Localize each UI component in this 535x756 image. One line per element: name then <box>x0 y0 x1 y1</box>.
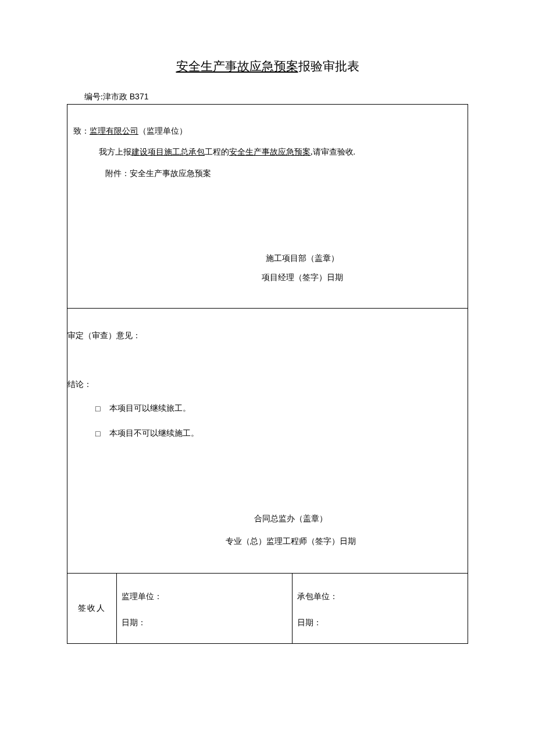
review-opinion-label: 审定（审查）意见： <box>67 326 462 346</box>
title-underlined: 安全生产事故应急预案 <box>176 59 298 73</box>
contractor-date-label: 日期： <box>297 610 463 636</box>
contractor-signature-block: 施工项目部（盖章） 项目经理（签字）日期 <box>67 249 468 288</box>
supervisor-stamp-line: 合同总监办（盖章） <box>114 507 468 530</box>
contractor-stamp-line: 施工项目部（盖章） <box>137 249 468 268</box>
doc-no-num: B371 <box>127 92 149 101</box>
supervision-unit-cell: 监理单位： 日期： <box>117 574 293 644</box>
title-rest: 报验审批表 <box>298 59 359 73</box>
doc-no-prefix: 编号: <box>84 92 103 101</box>
body-project: 建设项目施工总承包 <box>131 148 205 156</box>
addressee-line: 致：监理有限公司（监理单位） <box>73 121 462 142</box>
approval-form-table: 致：监理有限公司（监理单位） 我方上报建设项目施工总承包工程的安全生产事故应急预… <box>67 104 468 644</box>
document-title: 安全生产事故应急预案报验审批表 <box>67 58 468 74</box>
supervisor-engineer-sign-line: 专业（总）监理工程师（签字）日期 <box>114 530 468 553</box>
receipt-row: 签收人 监理单位： 日期： 承包单位： 日期： <box>67 574 468 644</box>
project-manager-sign-line: 项目经理（签字）日期 <box>137 268 468 288</box>
contractor-unit-label: 承包单位： <box>297 584 463 610</box>
contractor-unit-cell: 承包单位： 日期： <box>293 574 468 644</box>
option-continue-text: 本项目可以继续旅工。 <box>109 404 191 413</box>
conclusion-option-stop: □本项目不可以继续施工。 <box>67 424 462 444</box>
body-suffix: ,请审查验收. <box>311 148 355 156</box>
conclusion-label: 结论： <box>67 375 462 395</box>
checkbox-stop[interactable]: □ <box>95 424 100 444</box>
receipt-label: 签收人 <box>67 574 117 644</box>
option-stop-text: 本项目不可以继续施工。 <box>109 429 199 438</box>
doc-no-cn: 津市政 <box>103 92 127 101</box>
submission-body: 我方上报建设项目施工总承包工程的安全生产事故应急预案,请审查验收. <box>73 142 462 163</box>
to-prefix: 致： <box>73 127 90 135</box>
attachment-line: 附件：安全生产事故应急预案 <box>73 163 462 184</box>
submission-section: 致：监理有限公司（监理单位） 我方上报建设项目施工总承包工程的安全生产事故应急预… <box>67 105 468 308</box>
review-section: 审定（审查）意见： 结论： □本项目可以继续旅工。 □本项目不可以继续施工。 合… <box>67 309 468 573</box>
to-company: 监理有限公司 <box>90 127 138 135</box>
to-suffix: （监理单位） <box>138 127 187 135</box>
checkbox-continue[interactable]: □ <box>95 399 100 419</box>
conclusion-option-continue: □本项目可以继续旅工。 <box>67 399 462 419</box>
supervisor-signature-block: 合同总监办（盖章） 专业（总）监理工程师（签字）日期 <box>67 507 468 553</box>
supervision-unit-label: 监理单位： <box>122 584 287 610</box>
body-prefix: 我方上报 <box>99 148 131 156</box>
document-number: 编号:津市政 B371 <box>84 92 468 102</box>
supervision-date-label: 日期： <box>122 610 287 636</box>
body-plan: 安全生产事故应急预案 <box>229 148 311 156</box>
body-mid: 工程的 <box>205 148 229 156</box>
